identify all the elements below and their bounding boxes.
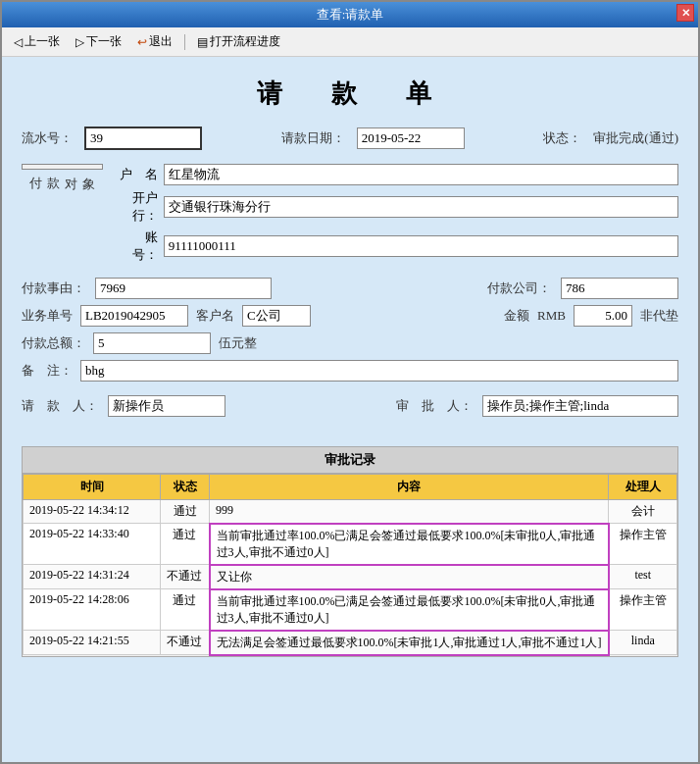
- approval-row: 2019-05-22 14:31:24不通过又让你test: [24, 565, 677, 589]
- main-window: 查看:请款单 ✕ ◁ 上一张 ▷ 下一张 ↩ 退出 ▤ 打开流程进度 请 款 单…: [0, 0, 700, 764]
- approval-time: 2019-05-22 14:31:24: [24, 565, 161, 589]
- name-row: 户 名: [109, 164, 678, 185]
- next-label: 下一张: [86, 33, 122, 50]
- total-row: 付款总额： 伍元整: [22, 332, 678, 354]
- approval-title: 审批记录: [23, 447, 677, 474]
- approval-handler: 操作主管: [609, 589, 677, 631]
- approval-row: 2019-05-22 14:21:55不通过无法满足会签通过最低要求100.0%…: [24, 631, 677, 655]
- note-row: 备 注：: [22, 360, 678, 382]
- reason-input[interactable]: [95, 278, 272, 299]
- note-label: 备 注：: [22, 362, 73, 380]
- approval-content: 999: [210, 500, 609, 524]
- content-area: 请 款 单 流水号： 请款日期： 状态： 审批完成(通过) 付款对象 户 名 开…: [2, 57, 698, 762]
- approval-status: 通过: [161, 524, 210, 565]
- business-input[interactable]: [80, 305, 188, 327]
- bank-row: 开户行：: [109, 189, 678, 225]
- payment-target-rows: 户 名 开户行： 账 号：: [109, 164, 678, 264]
- company-input[interactable]: [561, 278, 678, 299]
- business-row: 业务单号 客户名 金额 RMB 非代垫: [22, 305, 678, 327]
- approval-handler: 操作主管: [609, 524, 677, 565]
- exit-label: 退出: [149, 33, 173, 50]
- name-input[interactable]: [164, 164, 678, 185]
- amount-label: 金额: [504, 307, 529, 325]
- window-title: 查看:请款单: [317, 6, 384, 24]
- approval-time: 2019-05-22 14:28:06: [24, 589, 161, 631]
- serial-label: 流水号：: [22, 129, 73, 147]
- requester-row: 请 款 人： 审 批 人：: [22, 395, 678, 417]
- approval-content: 当前审批通过率100.0%已满足会签通过最低要求100.0%[未审批0人,审批通…: [210, 524, 609, 565]
- close-button[interactable]: ✕: [676, 4, 694, 22]
- approval-content: 无法满足会签通过最低要求100.0%[未审批1人,审批通过1人,审批不通过1人]: [210, 631, 609, 655]
- approval-handler: linda: [609, 631, 677, 655]
- amount-input[interactable]: [574, 305, 632, 327]
- approval-section: 审批记录 时间 状态 内容 处理人 2019-05-22 14:34:12通过9…: [22, 446, 678, 657]
- approval-time: 2019-05-22 14:21:55: [24, 631, 161, 655]
- customer-label: 客户名: [196, 307, 234, 325]
- note-input[interactable]: [80, 360, 678, 382]
- toolbar: ◁ 上一张 ▷ 下一张 ↩ 退出 ▤ 打开流程进度: [2, 27, 698, 57]
- serial-row: 流水号： 请款日期： 状态： 审批完成(通过): [22, 127, 678, 150]
- exit-button[interactable]: ↩ 退出: [133, 31, 176, 52]
- bank-label: 开户行：: [109, 189, 158, 225]
- approval-table: 时间 状态 内容 处理人 2019-05-22 14:34:12通过999会计2…: [23, 474, 677, 656]
- reason-label: 付款事由：: [22, 280, 85, 297]
- status-value: 审批完成(通过): [593, 129, 678, 147]
- total-input[interactable]: [93, 332, 211, 354]
- business-label: 业务单号: [22, 307, 73, 325]
- approval-handler: 会计: [609, 500, 677, 524]
- approval-status: 通过: [161, 589, 210, 631]
- customer-input[interactable]: [242, 305, 311, 327]
- form-title: 请 款 单: [22, 76, 678, 111]
- next-icon: ▷: [75, 35, 84, 49]
- approval-time: 2019-05-22 14:34:12: [24, 500, 161, 524]
- title-bar: 查看:请款单 ✕: [2, 2, 698, 27]
- approval-row: 2019-05-22 14:34:12通过999会计: [24, 500, 677, 524]
- prev-icon: ◁: [14, 35, 23, 49]
- approver-input[interactable]: [482, 395, 678, 417]
- approval-content: 又让你: [210, 565, 609, 589]
- amount-type: 非代垫: [640, 307, 678, 325]
- prev-label: 上一张: [25, 33, 60, 50]
- account-input[interactable]: [164, 235, 678, 257]
- requester-label: 请 款 人：: [22, 397, 98, 415]
- prev-button[interactable]: ◁ 上一张: [10, 31, 64, 52]
- exit-icon: ↩: [137, 35, 147, 49]
- col-handler: 处理人: [609, 475, 677, 500]
- col-time: 时间: [24, 475, 161, 500]
- total-text: 伍元整: [219, 334, 257, 352]
- status-label: 状态：: [543, 129, 581, 147]
- next-button[interactable]: ▷ 下一张: [72, 31, 125, 52]
- bank-input[interactable]: [164, 196, 678, 218]
- progress-label: 打开流程进度: [210, 33, 280, 50]
- approval-row: 2019-05-22 14:28:06通过当前审批通过率100.0%已满足会签通…: [24, 589, 677, 631]
- requester-input[interactable]: [108, 395, 225, 417]
- date-input[interactable]: [357, 127, 465, 149]
- date-label: 请款日期：: [281, 129, 345, 147]
- approval-status: 通过: [161, 500, 210, 524]
- toolbar-separator: [184, 34, 185, 50]
- approval-time: 2019-05-22 14:33:40: [24, 524, 161, 565]
- payment-target-label: 付款对象: [22, 164, 103, 170]
- account-row: 账 号：: [109, 229, 678, 264]
- col-status: 状态: [161, 475, 210, 500]
- company-label: 付款公司：: [487, 280, 551, 297]
- approval-content: 当前审批通过率100.0%已满足会签通过最低要求100.0%[未审批0人,审批通…: [210, 589, 609, 631]
- payment-target-section: 付款对象 户 名 开户行： 账 号：: [22, 164, 678, 264]
- serial-input[interactable]: [84, 127, 202, 150]
- progress-icon: ▤: [197, 35, 208, 49]
- name-label: 户 名: [109, 166, 158, 183]
- approval-handler: test: [609, 565, 677, 589]
- currency-label: RMB: [537, 308, 566, 324]
- col-content: 内容: [210, 475, 609, 500]
- progress-button[interactable]: ▤ 打开流程进度: [193, 31, 284, 52]
- approval-status: 不通过: [161, 631, 210, 655]
- reason-row: 付款事由： 付款公司：: [22, 278, 678, 299]
- account-label: 账 号：: [109, 229, 158, 264]
- total-label: 付款总额：: [22, 334, 85, 352]
- approval-row: 2019-05-22 14:33:40通过当前审批通过率100.0%已满足会签通…: [24, 524, 677, 565]
- approver-label: 审 批 人：: [396, 397, 473, 415]
- approval-status: 不通过: [161, 565, 210, 589]
